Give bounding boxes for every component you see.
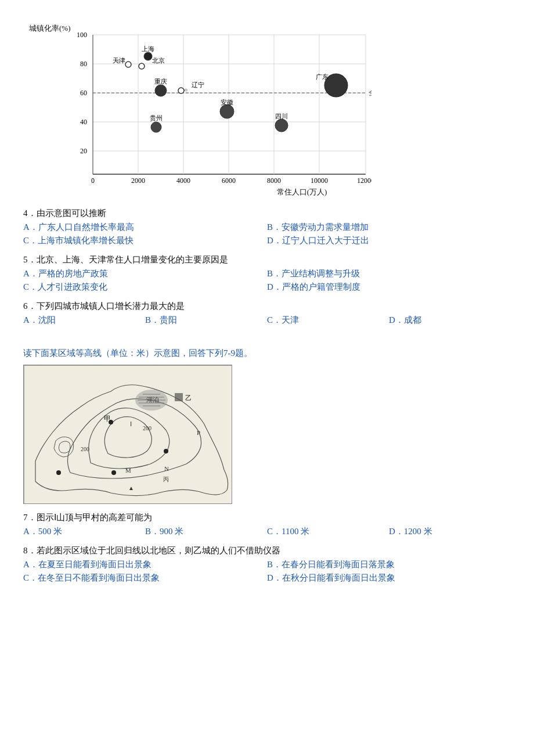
q6-text: 6．下列四城市城镇人口增长潜力最大的是	[23, 301, 511, 312]
svg-text:全国平均: 全国平均	[369, 89, 371, 97]
svg-text:湖泊: 湖泊	[146, 396, 159, 403]
svg-text:20: 20	[80, 147, 87, 155]
svg-text:重庆: 重庆	[154, 78, 167, 85]
q4-option-b: B．安徽劳动力需求量增加	[267, 222, 511, 233]
question-7: 7．图示Ⅰ山顶与甲村的高差可能为 A．500 米 B．900 米 C．1100 …	[23, 512, 511, 539]
q4-option-d: D．辽宁人口迁入大于迁出	[267, 235, 511, 246]
x-axis-label: 常住人口(万人)	[93, 187, 511, 197]
svg-text:贵州: 贵州	[150, 114, 163, 121]
q7-option-b: B．900 米	[145, 526, 267, 537]
svg-text:200: 200	[81, 446, 89, 452]
q5-option-c: C．人才引进政策变化	[23, 282, 267, 293]
q7-option-d: D．1200 米	[389, 526, 511, 537]
q5-option-a: A．严格的房地产政策	[23, 268, 267, 279]
questions-section-1: 4．由示意图可以推断 A．广东人口自然增长率最高 B．安徽劳动力需求量增加 C．…	[23, 208, 511, 328]
svg-text:6000: 6000	[222, 177, 236, 185]
q7-options: A．500 米 B．900 米 C．1100 米 D．1200 米	[23, 526, 511, 539]
section2-intro: 读下面某区域等高线（单位：米）示意图，回答下列7-9题。	[23, 348, 511, 359]
topographic-map: 湖泊 甲 乙 200 200 M N P 丙 ▲ Ⅰ	[23, 365, 232, 504]
svg-text:丙: 丙	[163, 476, 169, 483]
svg-text:40: 40	[80, 118, 87, 126]
q5-text: 5．北京、上海、天津常住人口增量变化的主要原因是	[23, 254, 511, 265]
q8-text: 8．若此图示区域位于北回归线以北地区，则乙城的人们不借助仪器	[23, 545, 511, 556]
svg-text:○: ○	[184, 87, 187, 93]
svg-point-33	[139, 63, 145, 69]
q4-option-c: C．上海市城镇化率增长最快	[23, 235, 267, 246]
q6-option-d: D．成都	[389, 315, 511, 326]
q8-option-a: A．在夏至日能看到海面日出景象	[23, 559, 267, 570]
question-6: 6．下列四城市城镇人口增长潜力最大的是 A．沈阳 B．贵阳 C．天津 D．成都	[23, 301, 511, 328]
q6-option-a: A．沈阳	[23, 315, 145, 326]
question-5: 5．北京、上海、天津常住人口增量变化的主要原因是 A．严格的房地产政策 B．产业…	[23, 254, 511, 295]
svg-text:广东: 广东	[316, 73, 329, 80]
svg-text:200: 200	[143, 425, 151, 431]
svg-point-67	[56, 470, 61, 475]
q7-text: 7．图示Ⅰ山顶与甲村的高差可能为	[23, 512, 511, 523]
svg-point-40	[220, 105, 234, 118]
svg-text:安徽: 安徽	[221, 99, 233, 106]
svg-text:▲: ▲	[128, 485, 134, 491]
q4-text: 4．由示意图可以推断	[23, 208, 511, 219]
q6-option-b: B．贵阳	[145, 315, 267, 326]
q5-option-b: B．产业结构调整与升级	[267, 268, 511, 279]
q5-option-d: D．严格的户籍管理制度	[267, 282, 511, 293]
chart-y-axis-title: 城镇化率(%)	[29, 23, 71, 34]
svg-text:60: 60	[80, 89, 87, 97]
svg-text:10000: 10000	[311, 177, 328, 185]
q7-option-c: C．1100 米	[267, 526, 389, 537]
svg-text:4000: 4000	[176, 177, 190, 185]
svg-text:P: P	[197, 429, 200, 436]
svg-text:M: M	[125, 467, 131, 474]
q6-options: A．沈阳 B．贵阳 C．天津 D．成都	[23, 315, 511, 328]
svg-text:四川: 四川	[275, 113, 288, 120]
question-4: 4．由示意图可以推断 A．广东人口自然增长率最高 B．安徽劳动力需求量增加 C．…	[23, 208, 511, 249]
svg-rect-48	[24, 365, 232, 504]
svg-point-42	[151, 122, 161, 132]
q4-options: A．广东人口自然增长率最高 B．安徽劳动力需求量增加 C．上海市城镇化率增长最快…	[23, 222, 511, 249]
svg-text:北京: 北京	[152, 57, 165, 64]
q6-option-c: C．天津	[267, 315, 389, 326]
svg-point-30	[125, 62, 131, 67]
q8-option-c: C．在冬至日不能看到海面日出景象	[23, 573, 267, 584]
svg-point-44	[275, 119, 288, 132]
svg-point-68	[111, 470, 116, 475]
svg-text:辽宁: 辽宁	[192, 81, 204, 88]
svg-text:80: 80	[80, 60, 87, 68]
svg-text:乙: 乙	[185, 394, 192, 401]
svg-point-28	[144, 52, 152, 60]
questions-section-2: 7．图示Ⅰ山顶与甲村的高差可能为 A．500 米 B．900 米 C．1100 …	[23, 512, 511, 586]
q5-options: A．严格的房地产政策 B．产业结构调整与升级 C．人才引进政策变化 D．严格的户…	[23, 268, 511, 295]
svg-text:0: 0	[91, 177, 95, 185]
svg-point-69	[164, 449, 168, 453]
svg-text:○: ○	[117, 57, 120, 64]
chart-section: 城镇化率(%) 100 80 60	[23, 23, 511, 197]
q8-option-b: B．在春分日能看到海面日落景象	[267, 559, 511, 570]
q8-option-d: D．在秋分日能看到海面日出景象	[267, 573, 511, 584]
bubble-chart: 100 80 60 40 20 0 2000 4000 6000 8000 10…	[70, 23, 371, 186]
svg-text:甲: 甲	[104, 415, 111, 423]
q4-option-a: A．广东人口自然增长率最高	[23, 222, 267, 233]
svg-point-35	[155, 85, 167, 96]
svg-rect-58	[175, 393, 183, 401]
svg-text:8000: 8000	[267, 177, 281, 185]
question-8: 8．若此图示区域位于北回归线以北地区，则乙城的人们不借助仪器 A．在夏至日能看到…	[23, 545, 511, 586]
svg-text:N: N	[164, 465, 169, 472]
q7-option-a: A．500 米	[23, 526, 145, 537]
svg-text:12000: 12000	[357, 177, 371, 185]
svg-point-37	[178, 88, 184, 93]
q8-options: A．在夏至日能看到海面日出景象 B．在春分日能看到海面日落景象 C．在冬至日不能…	[23, 559, 511, 586]
svg-text:2000: 2000	[131, 177, 145, 185]
svg-text:上海: 上海	[142, 45, 154, 52]
svg-text:100: 100	[77, 31, 87, 39]
svg-text:Ⅰ: Ⅰ	[130, 420, 132, 427]
